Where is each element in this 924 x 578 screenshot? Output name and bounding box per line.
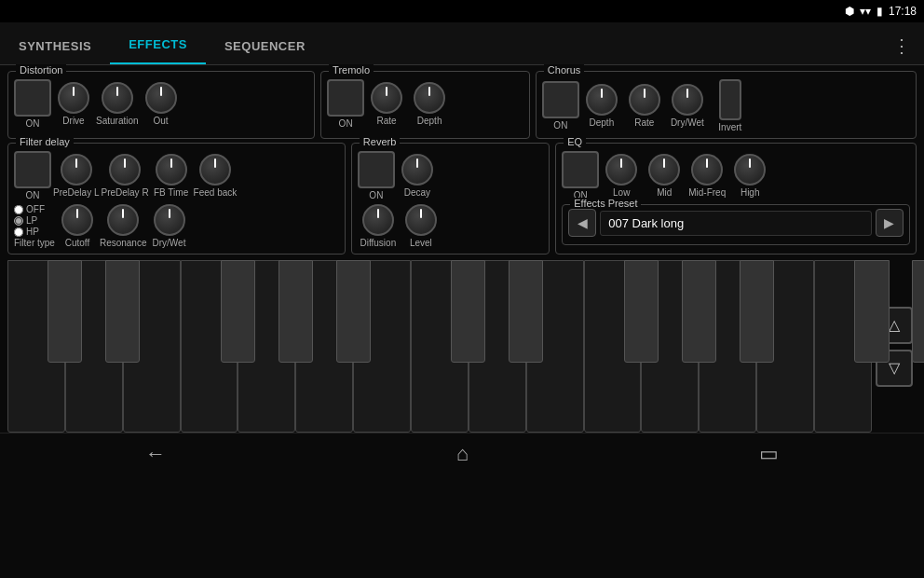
filterdelay-drywet-group: Dry/Wet: [149, 204, 190, 248]
filterdelay-resonance-group: Resonance: [100, 204, 147, 248]
eq-toggle[interactable]: [562, 151, 599, 188]
chorus-rate-knob[interactable]: [629, 84, 660, 116]
chorus-depth-group: Depth: [581, 84, 622, 128]
tremolo-rate-knob[interactable]: [371, 82, 402, 114]
tremolo-toggle[interactable]: [327, 79, 364, 117]
distortion-saturation-label: Saturation: [96, 116, 139, 126]
filterdelay-drywet-knob[interactable]: [154, 204, 185, 236]
filterdelay-fbtime-group: FB Time: [151, 154, 192, 198]
back-button[interactable]: ←: [127, 438, 184, 470]
tremolo-label: Tremolo: [329, 64, 374, 76]
distortion-drive-label: Drive: [62, 116, 84, 126]
filter-delay-panel: Filter delay ON PreDelay L PreDelay R FB…: [7, 143, 346, 255]
reverb-diffusion-knob[interactable]: [362, 204, 394, 236]
tremolo-depth-group: Depth: [409, 82, 450, 126]
distortion-out-knob[interactable]: [145, 82, 177, 114]
chorus-rate-group: Rate: [624, 84, 665, 128]
distortion-drive-group: Drive: [53, 82, 94, 126]
eq-mid-knob[interactable]: [648, 154, 680, 186]
effects-row-1: Distortion ON Drive Saturation Out: [7, 71, 917, 139]
filter-off-option[interactable]: OFF: [14, 204, 55, 214]
filter-delay-knob-row-1: ON PreDelay L PreDelay R FB Time Feed ba…: [14, 151, 339, 200]
preset-name-input[interactable]: [600, 211, 872, 236]
preset-inner: ◀ ▶: [568, 209, 904, 237]
tab-sequencer[interactable]: SEQUENCER: [206, 28, 324, 64]
distortion-saturation-knob[interactable]: [102, 82, 133, 114]
reverb-toggle-group: ON: [358, 151, 395, 200]
chorus-invert-btn[interactable]: [719, 79, 741, 120]
distortion-drive-knob[interactable]: [58, 82, 89, 114]
filter-lp-label: LP: [26, 215, 37, 226]
filter-delay-label: Filter delay: [16, 136, 74, 147]
reverb-level-knob[interactable]: [405, 204, 437, 236]
chorus-drywet-knob[interactable]: [672, 84, 703, 116]
filterdelay-cutoff-knob[interactable]: [61, 204, 93, 236]
tremolo-toggle-group: ON: [327, 79, 364, 129]
eq-high-knob[interactable]: [734, 154, 766, 186]
preset-next-button[interactable]: ▶: [876, 209, 904, 237]
tremolo-rate-group: Rate: [366, 82, 407, 126]
piano-black-key[interactable]: [221, 260, 255, 363]
piano-black-key[interactable]: [912, 260, 924, 363]
reverb-diffusion-label: Diffusion: [360, 238, 396, 248]
piano-black-key[interactable]: [624, 260, 659, 363]
reverb-decay-knob[interactable]: [401, 154, 433, 186]
piano-black-key[interactable]: [336, 260, 371, 363]
eq-low-label: Low: [613, 187, 630, 198]
piano-black-key[interactable]: [279, 260, 313, 363]
piano-area: △ ▽: [7, 260, 917, 433]
piano-black-key[interactable]: [682, 260, 716, 363]
filterdelay-predelayr-label: PreDelay R: [101, 187, 148, 198]
tab-effects[interactable]: EFFECTS: [110, 26, 206, 64]
filterdelay-feedback-knob[interactable]: [199, 154, 231, 186]
chorus-depth-knob[interactable]: [586, 84, 618, 116]
eq-low-knob[interactable]: [605, 154, 637, 186]
filterdelay-fbtime-knob[interactable]: [156, 154, 187, 186]
tremolo-knob-row: ON Rate Depth: [327, 79, 523, 129]
tab-synthesis[interactable]: SYNTHESIS: [0, 28, 110, 64]
filter-lp-option[interactable]: LP: [14, 215, 55, 226]
more-menu-button[interactable]: ⋮: [892, 36, 913, 55]
filter-type-group: OFF LP HP Filter type: [14, 204, 55, 248]
preset-prev-button[interactable]: ◀: [568, 209, 596, 237]
chorus-toggle-group: ON: [542, 81, 579, 131]
eq-panel-label: EQ: [564, 136, 586, 147]
wifi-icon: ▾▾: [860, 5, 871, 18]
filterdelay-cutoff-group: Cutoff: [57, 204, 98, 248]
eq-low-group: Low: [601, 154, 642, 198]
home-button[interactable]: ⌂: [438, 438, 487, 470]
piano-black-key[interactable]: [48, 260, 82, 363]
chorus-invert-label: Invert: [718, 122, 741, 132]
reverb-knob-row-2: Diffusion Level: [358, 204, 543, 248]
eq-midfreq-knob[interactable]: [691, 154, 723, 186]
eq-toggle-group: ON: [562, 151, 599, 200]
piano-black-key[interactable]: [105, 260, 140, 363]
nav-bar: ← ⌂ ▭: [0, 433, 924, 474]
filterdelay-predelayr-knob[interactable]: [109, 154, 141, 186]
eq-midfreq-group: Mid-Freq: [686, 154, 727, 198]
reverb-level-label: Level: [410, 238, 432, 248]
filterdelay-resonance-knob[interactable]: [107, 204, 139, 236]
tremolo-depth-knob[interactable]: [414, 82, 445, 114]
piano-black-key[interactable]: [854, 260, 889, 363]
tab-bar: SYNTHESIS EFFECTS SEQUENCER ⋮: [0, 22, 924, 65]
eq-high-label: High: [741, 187, 760, 198]
reverb-diffusion-group: Diffusion: [358, 204, 399, 248]
filterdelay-resonance-label: Resonance: [100, 238, 147, 248]
reverb-panel: Reverb ON Decay Diffusion Level: [351, 143, 550, 255]
effects-row-2: Filter delay ON PreDelay L PreDelay R FB…: [7, 143, 917, 255]
filter-hp-option[interactable]: HP: [14, 227, 55, 237]
distortion-saturation-group: Saturation: [96, 82, 139, 126]
filterdelay-predelayl-knob[interactable]: [61, 154, 92, 186]
piano-black-key[interactable]: [509, 260, 543, 363]
filterdelay-cutoff-label: Cutoff: [65, 238, 90, 248]
filter-off-label: OFF: [26, 204, 45, 214]
recent-apps-button[interactable]: ▭: [741, 438, 797, 470]
reverb-toggle[interactable]: [358, 151, 395, 188]
distortion-toggle[interactable]: [14, 79, 51, 117]
filterdelay-toggle[interactable]: [14, 151, 51, 188]
distortion-toggle-group: ON: [14, 79, 51, 129]
chorus-toggle[interactable]: [542, 81, 579, 118]
piano-black-key[interactable]: [451, 260, 485, 363]
piano-black-key[interactable]: [740, 260, 774, 363]
